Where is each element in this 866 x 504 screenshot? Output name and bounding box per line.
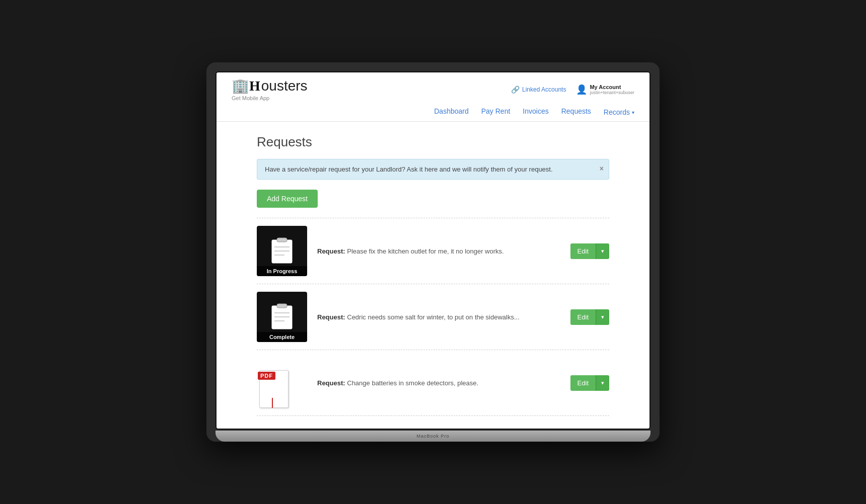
logo-icon: 🏢H: [232, 77, 260, 94]
my-account-menu[interactable]: 👤 My Account justin+tenant+subuser: [576, 84, 634, 95]
edit-dropdown-3[interactable]: ▾: [596, 375, 609, 391]
main-content: Requests Have a service/repair request f…: [216, 122, 650, 429]
request-item: Complete Request: Cedric needs some salt…: [257, 284, 609, 350]
status-complete-label: Complete: [257, 332, 307, 342]
site-header: 🏢H ousters Get Mobile App 🔗 Linked Accou…: [216, 72, 650, 122]
linked-accounts-link[interactable]: 🔗 Linked Accounts: [511, 86, 566, 94]
edit-button-group-2: Edit ▾: [570, 309, 609, 325]
request-text-2: Request: Cedric needs some salt for wint…: [317, 313, 560, 321]
my-account-username: justin+tenant+subuser: [590, 90, 634, 95]
request-thumbnail-complete: Complete: [257, 292, 307, 342]
status-in-progress-label: In Progress: [257, 266, 307, 276]
nav-requests[interactable]: Requests: [561, 107, 591, 117]
logo-letter: H: [249, 78, 260, 94]
alert-close-button[interactable]: ×: [600, 164, 604, 173]
requests-list: In Progress Request: Please fix the kitc…: [257, 218, 609, 416]
edit-button-group-3: Edit ▾: [570, 375, 609, 391]
request-label-1: Request:: [317, 247, 345, 255]
header-right: 🔗 Linked Accounts 👤 My Account justin+te…: [511, 84, 634, 95]
alert-message: Have a service/repair request for your L…: [265, 165, 553, 173]
laptop-model-label: MacBook Pro: [416, 434, 449, 439]
nav-dashboard[interactable]: Dashboard: [434, 107, 469, 117]
my-account-title: My Account: [590, 84, 634, 90]
request-item: PDF Request: Change batteries in smoke d…: [257, 350, 609, 416]
edit-button-group-1: Edit ▾: [570, 243, 609, 259]
main-nav: Dashboard Pay Rent Invoices Requests Rec…: [232, 103, 634, 121]
add-request-button[interactable]: Add Request: [257, 190, 318, 208]
edit-dropdown-2[interactable]: ▾: [596, 309, 609, 325]
linked-accounts-icon: 🔗: [511, 86, 520, 94]
laptop-screen: 🏢H ousters Get Mobile App 🔗 Linked Accou…: [215, 71, 651, 430]
request-thumbnail-in-progress: In Progress: [257, 226, 307, 276]
laptop-base: MacBook Pro: [215, 431, 651, 442]
svg-rect-1: [277, 238, 287, 242]
logo-area: 🏢H ousters Get Mobile App: [232, 77, 308, 101]
request-content-3: Change batteries in smoke detectors, ple…: [347, 379, 478, 387]
page-title: Requests: [257, 134, 609, 150]
caret-icon: ▾: [632, 110, 634, 115]
nav-records-label: Records: [604, 108, 630, 116]
request-content-2: Cedric needs some salt for winter, to pu…: [347, 313, 520, 321]
svg-rect-6: [277, 304, 287, 308]
pdf-badge: PDF: [258, 372, 275, 380]
request-thumbnail-pdf: PDF: [257, 358, 307, 408]
edit-dropdown-1[interactable]: ▾: [596, 243, 609, 259]
request-text-3: Request: Change batteries in smoke detec…: [317, 379, 560, 387]
logo-name: ousters: [261, 78, 308, 94]
request-content-1: Please fix the kitchen outlet for me, it…: [347, 247, 503, 255]
clipboard-complete-svg-icon: [267, 302, 297, 332]
nav-records-dropdown[interactable]: Records ▾: [604, 108, 634, 116]
mobile-app-link[interactable]: Get Mobile App: [232, 95, 269, 101]
nav-invoices[interactable]: Invoices: [523, 107, 548, 117]
pdf-icon: PDF: [257, 368, 290, 408]
pdf-string: [272, 398, 273, 408]
user-icon: 👤: [576, 84, 587, 95]
request-item: In Progress Request: Please fix the kitc…: [257, 218, 609, 284]
edit-button-1[interactable]: Edit: [570, 243, 596, 259]
info-alert: Have a service/repair request for your L…: [257, 159, 609, 180]
edit-button-3[interactable]: Edit: [570, 375, 596, 391]
request-label-3: Request:: [317, 379, 345, 387]
request-label-2: Request:: [317, 313, 345, 321]
edit-button-2[interactable]: Edit: [570, 309, 596, 325]
nav-pay-rent[interactable]: Pay Rent: [481, 107, 511, 117]
linked-accounts-label: Linked Accounts: [522, 86, 566, 93]
laptop-frame: 🏢H ousters Get Mobile App 🔗 Linked Accou…: [206, 62, 660, 442]
clipboard-svg-icon: [267, 236, 297, 266]
request-text-1: Request: Please fix the kitchen outlet f…: [317, 247, 560, 255]
